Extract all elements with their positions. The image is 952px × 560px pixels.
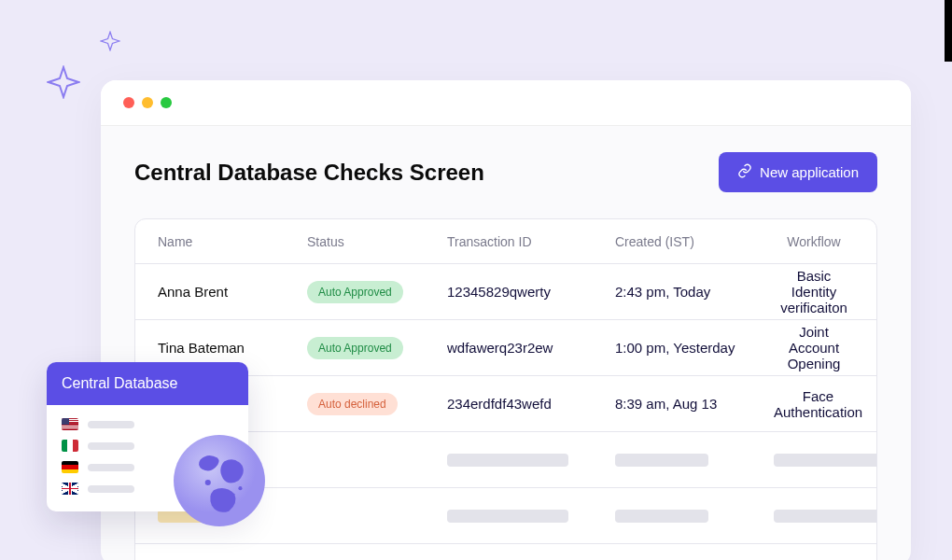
status-badge: Auto declined [307, 393, 398, 415]
placeholder-line [88, 485, 134, 493]
svg-point-2 [238, 486, 242, 490]
cell-created: 8:39 am, Aug 13 [615, 396, 774, 412]
window-chrome [101, 80, 911, 126]
flag-us-icon [62, 418, 78, 430]
cell-name: Anna Brent [158, 284, 307, 300]
page-title: Central Database Checks Screen [134, 160, 484, 186]
placeholder-cell [447, 510, 568, 523]
placeholder-cell [774, 454, 877, 467]
cell-created: 2:43 pm, Today [615, 284, 774, 300]
placeholder-line [88, 421, 134, 428]
flag-de-icon [62, 461, 78, 473]
cell-workflow: Face Authentication [774, 388, 862, 420]
cell-workflow: Basic Identity verificaiton [774, 268, 854, 315]
link-icon [737, 163, 752, 181]
placeholder-line [88, 442, 134, 450]
minimize-dot[interactable] [142, 97, 153, 108]
close-dot[interactable] [123, 97, 134, 108]
card-title: Central Database [47, 362, 248, 405]
placeholder-cell [615, 510, 708, 523]
cell-txn: 12345829qwerty [447, 284, 615, 300]
maximize-dot[interactable] [161, 97, 172, 108]
table-row[interactable]: Anna Brent Auto Approved 12345829qwerty … [135, 264, 876, 320]
status-badge: Auto Approved [307, 337, 403, 359]
cell-workflow: Joint Account Opening [774, 324, 854, 371]
col-created: Created (IST) [615, 234, 774, 249]
table-header: Name Status Transaction ID Created (IST)… [135, 219, 876, 264]
col-name: Name [158, 234, 307, 249]
new-application-label: New application [760, 164, 859, 180]
svg-point-0 [174, 435, 265, 526]
cell-name: Tina Bateman [158, 340, 307, 356]
new-application-button[interactable]: New application [719, 152, 877, 192]
globe-icon [172, 433, 267, 528]
col-workflow: Workflow [774, 234, 854, 249]
placeholder-cell [615, 454, 708, 467]
country-row [62, 418, 233, 430]
central-database-card: Central Database [47, 362, 248, 511]
svg-point-1 [205, 480, 211, 485]
cell-txn: wdfawerq23r2ew [447, 340, 615, 356]
col-transaction: Transaction ID [447, 234, 615, 249]
sparkle-icon [100, 31, 120, 55]
placeholder-cell [774, 510, 877, 523]
table-row-placeholder [135, 544, 876, 560]
sparkle-icon [47, 65, 80, 103]
decorative-edge [945, 0, 952, 62]
placeholder-line [88, 464, 134, 471]
col-status: Status [307, 234, 447, 249]
status-badge: Auto Approved [307, 281, 403, 303]
cell-created: 1:00 pm, Yesterday [615, 340, 774, 356]
placeholder-cell [447, 454, 568, 467]
flag-it-icon [62, 440, 78, 452]
cell-txn: 234erdfdf43wefd [447, 396, 615, 412]
flag-uk-icon [62, 483, 78, 495]
